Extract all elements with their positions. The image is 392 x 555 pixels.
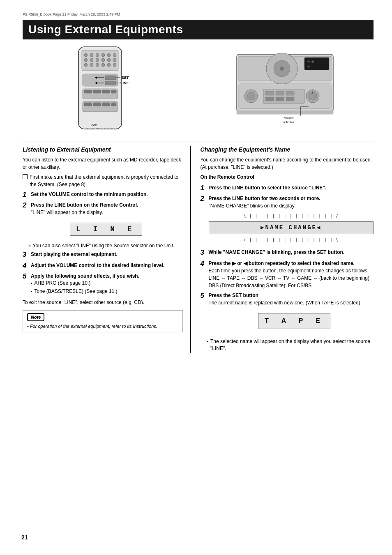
svg-rect-63 [276, 97, 284, 101]
sub-bullet-unit: • You can also select "LINE" using the S… [29, 242, 183, 249]
right-step-2-sub: "NAME CHANGE" blinks on the display. [209, 203, 296, 209]
name-change-display: ▶NAME CHANGE◀ [209, 221, 374, 234]
step-3: 3 Start playing the external equipment. [23, 251, 183, 259]
step-3-num: 3 [23, 251, 28, 259]
tape-display-wrap: T A P E [209, 310, 374, 332]
svg-point-8 [84, 58, 88, 62]
left-column: Listening to External Equipment You can … [23, 146, 191, 353]
note-content: For operation of the external equipment,… [30, 324, 157, 329]
checkbox-icon [23, 174, 28, 179]
right-step-5-sub: The current name is replaced with new on… [209, 300, 360, 306]
page-number: 21 [21, 534, 28, 541]
exit-text: To exit the source "LINE", select other … [23, 299, 183, 306]
right-step-1: 1 Press the LINE button to select the so… [201, 184, 374, 192]
right-step-4-text: Press the ▶ or ◀ button repeatedly to se… [209, 260, 355, 266]
right-step-1-text: Press the LINE button to select the sour… [209, 185, 327, 191]
svg-point-2 [84, 53, 88, 57]
step-5-content: Apply the following sound effects, if yo… [31, 272, 183, 296]
step-1-text: Set the VOLUME control to the minimum po… [31, 191, 148, 197]
main-divider [23, 141, 374, 141]
right-step-4-content: Press the ▶ or ◀ button repeatedly to se… [209, 260, 374, 289]
right-step-5-content: Press the SET button The current name is… [209, 292, 374, 336]
svg-point-3 [90, 53, 93, 57]
svg-rect-31 [102, 103, 110, 106]
remote-svg: JVC MICRO COMPONENT CONTROL SET LINE [70, 46, 130, 132]
svg-rect-48 [304, 58, 329, 70]
svg-rect-29 [84, 103, 92, 106]
step-5-bullet-2-text: Tone (BASS/TREBLE) (See page 11.) [35, 288, 118, 295]
step-5-num: 5 [23, 272, 28, 281]
left-section-title: Listening to External Equipment [23, 146, 183, 153]
right-step-5-text: Press the SET button [209, 292, 258, 298]
tick-top: \ | | | | | | | | | | | | | | | / [209, 213, 374, 219]
svg-rect-21 [105, 76, 116, 80]
svg-point-7 [113, 53, 116, 57]
right-column: Changing the Equipment's Name You can ch… [199, 146, 374, 353]
unit-svg: Source selector [233, 46, 339, 128]
step-3-text: Start playing the external equipment. [31, 251, 118, 257]
step-5: 5 Apply the following sound effects, if … [23, 272, 183, 296]
svg-point-15 [90, 63, 93, 67]
svg-point-11 [101, 58, 105, 62]
svg-point-12 [107, 58, 111, 62]
right-step-3-text: While "NAME CHANGE" is blinking, press t… [209, 249, 345, 255]
right-step-2-content: Press the LINE button for two seconds or… [209, 195, 374, 246]
right-step-2-num: 2 [201, 195, 206, 203]
note-box: Note • For operation of the external equ… [23, 310, 183, 333]
svg-rect-60 [276, 91, 284, 95]
checkbox-item: First make sure that the external equipm… [23, 173, 183, 188]
right-step-4-note2: DBS (Direct Broadcasting Satellite): For… [209, 283, 312, 288]
svg-rect-61 [286, 91, 294, 95]
sub-bullet-text: You can also select "LINE" using the Sou… [33, 242, 175, 249]
right-step-4-num: 4 [201, 260, 206, 268]
right-step-3-content: While "NAME CHANGE" is blinking, press t… [209, 249, 374, 256]
step-5-bullet-2: • Tone (BASS/TREBLE) (See page 11.) [31, 288, 183, 295]
right-step-3-num: 3 [201, 249, 206, 257]
svg-rect-59 [265, 91, 274, 95]
svg-point-16 [96, 63, 99, 67]
svg-point-54 [247, 92, 255, 100]
step-2-num: 2 [23, 201, 28, 210]
svg-point-18 [107, 63, 111, 67]
svg-rect-26 [102, 90, 110, 93]
step-2-sub: "LINE" will appear on the display. [31, 210, 103, 215]
right-step-4-detail: Each time you press the button, the equi… [209, 268, 369, 274]
final-note-text: The selected name will appear on the dis… [210, 338, 374, 352]
svg-rect-30 [93, 103, 101, 106]
step-2-content: Press the LINE button on the Remote Cont… [31, 201, 183, 216]
right-section-title: Changing the Equipment's Name [201, 146, 374, 153]
svg-point-5 [101, 53, 105, 57]
two-column-layout: Listening to External Equipment You can … [23, 146, 374, 353]
note-icon: Note [27, 313, 44, 321]
step-5-bullet-1-text: AHB PRO (See page 10.) [35, 280, 91, 287]
svg-text:JVC: JVC [91, 123, 97, 127]
bullet-dot: • [29, 243, 31, 249]
svg-point-9 [90, 58, 93, 62]
step-1-num: 1 [23, 191, 28, 199]
svg-point-50 [311, 60, 314, 63]
bullet-dot-1: • [31, 281, 32, 287]
svg-text:MICRO COMPONENT CONTROL: MICRO COMPONENT CONTROL [86, 127, 118, 130]
right-step-5: 5 Press the SET button The current name … [201, 292, 374, 336]
svg-text:SET: SET [122, 76, 129, 80]
remote-control-heading: On the Remote Control [201, 173, 374, 181]
step-3-content: Start playing the external equipment. [31, 251, 183, 258]
checkbox-text: First make sure that the external equipm… [30, 173, 183, 188]
unit-image: Source selector [233, 46, 331, 129]
bullet-dot-2: • [31, 289, 32, 295]
top-images-section: JVC MICRO COMPONENT CONTROL SET LINE [23, 46, 374, 134]
step-4: 4 Adjust the VOLUME control to the desir… [23, 262, 183, 270]
svg-point-6 [107, 53, 111, 57]
svg-rect-62 [265, 97, 274, 101]
svg-point-51 [307, 65, 310, 68]
tape-display: T A P E [258, 313, 330, 329]
step-5-text: Apply the following sound effects, if yo… [31, 273, 139, 279]
step-4-content: Adjust the VOLUME control to the desired… [31, 262, 183, 269]
svg-rect-27 [111, 90, 116, 93]
svg-rect-32 [111, 103, 116, 106]
step-5-bullet-1: • AHB PRO (See page 10.) [31, 280, 183, 287]
svg-rect-65 [237, 111, 333, 114]
right-step-4-chain: LINE ↔ TAPE ↔ DBS ↔ VCR ↔ TV ↔ GAME ↔ (b… [209, 275, 369, 281]
final-note: • The selected name will appear on the d… [207, 338, 374, 352]
note-text: • For operation of the external equipmen… [27, 323, 178, 330]
